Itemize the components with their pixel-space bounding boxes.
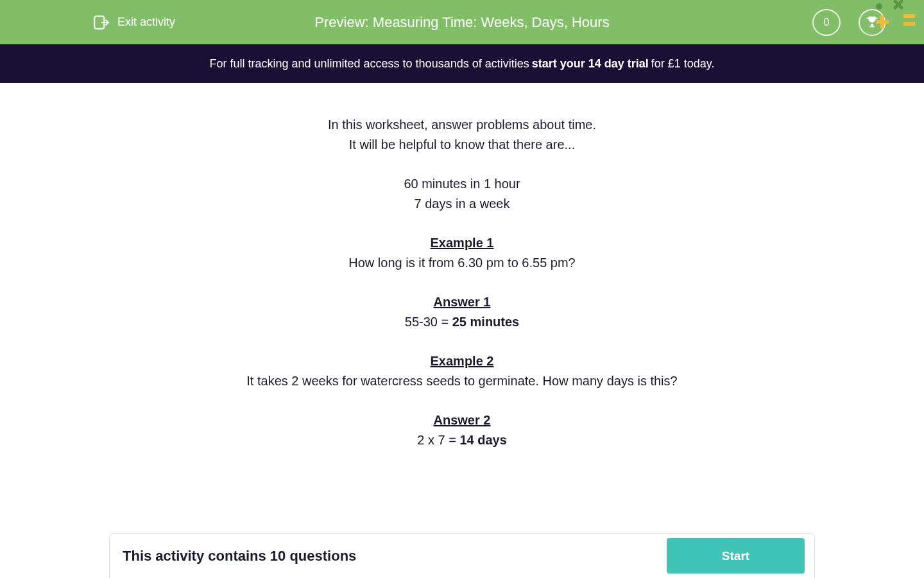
answer-1-pre: 55-30 = [405, 315, 452, 329]
banner-post: for £1 today. [651, 57, 715, 71]
example-1-heading: Example 1 [26, 233, 898, 253]
answer-1-heading: Answer 1 [26, 292, 898, 312]
question-count-label: This activity contains 10 questions [123, 548, 356, 565]
start-button[interactable]: Start [667, 538, 805, 574]
page-title: Preview: Measuring Time: Weeks, Days, Ho… [314, 14, 609, 31]
example-1-text: How long is it from 6.30 pm to 6.55 pm? [26, 253, 898, 273]
exit-activity-button[interactable]: Exit activity [93, 14, 175, 31]
fact-1: 60 minutes in 1 hour [26, 174, 898, 194]
example-2-heading: Example 2 [26, 351, 898, 371]
answer-2-line: 2 x 7 = 14 days [26, 430, 898, 450]
banner-pre: For full tracking and unlimited access t… [209, 57, 529, 71]
fact-2: 7 days in a week [26, 194, 898, 214]
corner-decoration [873, 0, 924, 39]
exit-label: Exit activity [117, 15, 175, 29]
banner-bold: start your 14 day trial [532, 57, 649, 71]
score-badge[interactable]: 0 [812, 9, 841, 36]
exit-icon [93, 14, 110, 31]
answer-1-line: 55-30 = 25 minutes [26, 312, 898, 332]
svg-rect-5 [903, 22, 915, 26]
intro-line-1: In this worksheet, answer problems about… [26, 115, 898, 135]
answer-2-pre: 2 x 7 = [417, 433, 459, 447]
answer-2-bold: 14 days [459, 433, 506, 447]
score-value: 0 [824, 17, 830, 28]
svg-rect-3 [876, 20, 889, 24]
svg-rect-4 [903, 14, 915, 18]
answer-1-bold: 25 minutes [452, 315, 519, 329]
footer-card: This activity contains 10 questions Star… [109, 533, 815, 578]
svg-point-1 [876, 3, 882, 10]
trial-banner[interactable]: For full tracking and unlimited access t… [0, 44, 924, 83]
app-header: Exit activity Preview: Measuring Time: W… [0, 0, 924, 44]
worksheet-content: In this worksheet, answer problems about… [0, 83, 924, 450]
intro-line-2: It will be helpful to know that there ar… [26, 135, 898, 155]
answer-2-heading: Answer 2 [26, 410, 898, 430]
example-2-text: It takes 2 weeks for watercress seeds to… [26, 371, 898, 391]
